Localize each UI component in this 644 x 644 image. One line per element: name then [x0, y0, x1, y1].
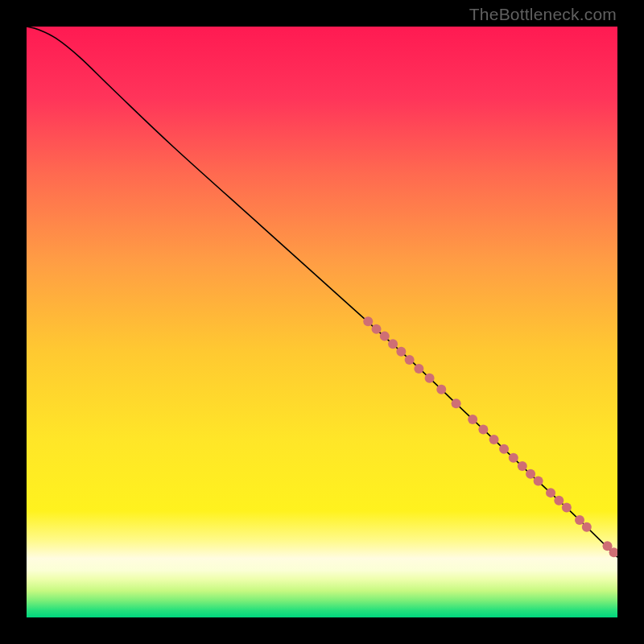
highlight-dot — [468, 415, 477, 424]
highlight-dot — [518, 461, 527, 471]
highlight-dot — [554, 496, 564, 506]
highlight-dot — [546, 488, 555, 497]
highlight-dot — [509, 453, 518, 463]
highlight-dot — [388, 339, 398, 349]
highlight-dot — [575, 515, 584, 525]
highlight-dot — [499, 444, 509, 454]
highlight-dot — [372, 324, 382, 334]
watermark-text: TheBottleneck.com — [469, 5, 617, 24]
highlight-dot — [489, 435, 499, 444]
highlight-dot — [582, 522, 592, 532]
highlight-dot — [534, 476, 543, 485]
highlight-dot — [526, 469, 535, 479]
highlight-dot — [380, 332, 390, 341]
chart-svg — [27, 27, 617, 617]
chart-frame: TheBottleneck.com — [0, 0, 644, 644]
highlight-dot — [405, 355, 415, 365]
gradient-background — [27, 27, 617, 617]
highlight-dot — [363, 316, 373, 326]
highlight-dot — [396, 347, 406, 357]
plot-area — [27, 27, 617, 617]
highlight-dot — [562, 502, 572, 512]
highlight-dot — [414, 364, 423, 374]
highlight-dot — [425, 374, 435, 383]
highlight-dot — [436, 385, 446, 394]
highlight-dot — [452, 398, 461, 408]
highlight-dot — [478, 425, 488, 435]
